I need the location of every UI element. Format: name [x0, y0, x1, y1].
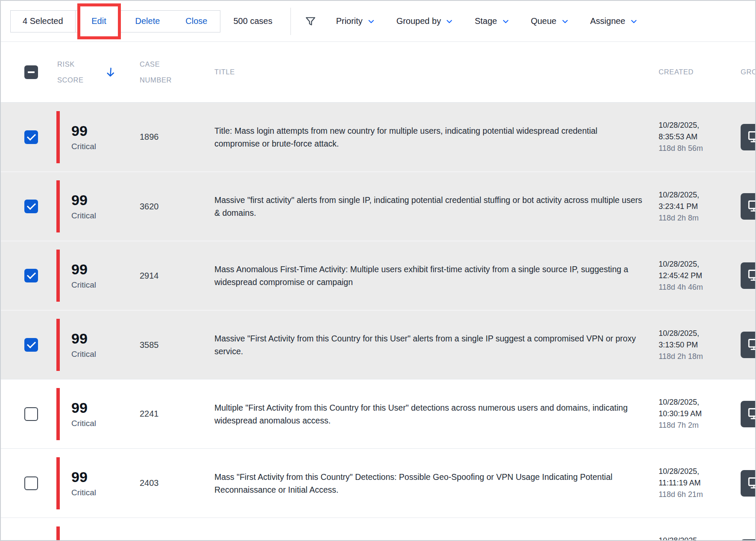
close-button[interactable]: Close — [173, 16, 220, 26]
priority-dropdown[interactable]: Priority — [336, 16, 375, 26]
grouped-by-chip[interactable] — [741, 401, 756, 427]
case-title: Massive "first activity" alerts from sin… — [214, 194, 656, 219]
case-age: 118d 2h 8m — [659, 212, 740, 224]
created-date: 10/28/2025, — [659, 189, 740, 201]
grouped-by-chip[interactable] — [741, 332, 756, 358]
risk-severity-label: Critical — [71, 486, 96, 499]
table-row[interactable]: 99 Critical 2914 Mass Anomalous First-Ti… — [1, 241, 756, 310]
case-number: 3620 — [140, 202, 214, 212]
monitor-icon — [745, 198, 756, 215]
grouped-by-chip[interactable] — [741, 124, 756, 150]
chevron-down-icon — [445, 18, 453, 25]
created-time: 11:11:19 AM — [659, 477, 740, 489]
grouped-by-chip[interactable] — [741, 193, 756, 220]
monitor-icon — [745, 406, 756, 423]
risk-score-value: 99 — [71, 467, 96, 486]
created-date: 10/28/2025, — [659, 397, 740, 408]
case-number: 2241 — [140, 409, 214, 419]
case-title: Mass "First Activity from this Country" … — [214, 470, 656, 496]
bulk-actions-group: 4 Selected Edit Delete Close — [10, 10, 220, 32]
delete-button[interactable]: Delete — [123, 16, 173, 26]
created-time: 8:35:53 AM — [659, 131, 740, 143]
row-checkbox[interactable] — [24, 338, 38, 352]
toolbar: 4 Selected Edit Delete Close 500 cases P… — [1, 1, 755, 41]
title-column-header: TITLE — [214, 68, 235, 76]
risk-severity-label: Critical — [71, 279, 96, 291]
monitor-icon — [745, 129, 756, 146]
row-checkbox[interactable] — [24, 476, 38, 490]
case-age: 118d 4h 46m — [659, 282, 740, 293]
table-row[interactable]: 99 Critical 3620 Massive "first activity… — [1, 171, 756, 241]
divider — [75, 11, 76, 32]
grouped-by-dropdown[interactable]: Grouped by — [396, 16, 454, 26]
created-cell: 10/28/2025, 12:45:42 PM 118d 4h 46m — [656, 259, 740, 293]
case-age: 118d 2h 18m — [659, 351, 740, 362]
row-checkbox[interactable] — [24, 407, 38, 421]
stage-dropdown[interactable]: Stage — [475, 16, 509, 26]
row-checkbox[interactable] — [24, 200, 38, 213]
table-row[interactable]: 99 Critical 2403 Mass "First Activity fr… — [1, 448, 756, 517]
chevron-down-icon — [630, 18, 638, 25]
created-cell: 10/28/2025, 3:13:50 PM 118d 2h 18m — [656, 328, 740, 362]
created-date: 10/28/2025, — [659, 535, 740, 541]
case-number: 3585 — [140, 340, 214, 350]
edit-button[interactable]: Edit — [84, 16, 114, 26]
risk-severity-bar — [56, 526, 60, 541]
created-cell: 10/28/2025, 11:11:19 AM 118d 6h 21m — [656, 466, 740, 500]
grouped-by-chip[interactable] — [741, 262, 756, 289]
queue-dropdown[interactable]: Queue — [531, 16, 569, 26]
case-age: 118d 7h 2m — [659, 420, 740, 431]
case-number-column-header: CASE NUMBER — [140, 56, 178, 88]
cases-count: 500 cases — [233, 16, 272, 26]
case-title: Massive "First Activity from this Countr… — [214, 332, 656, 358]
risk-score-value: 99 — [71, 537, 96, 541]
queue-dropdown-label: Queue — [531, 16, 557, 26]
grouped-by-chip[interactable] — [741, 539, 756, 541]
risk-severity-bar — [56, 388, 60, 440]
case-number: 2403 — [140, 478, 214, 488]
created-date: 10/28/2025, — [659, 328, 740, 339]
created-time: 12:45:42 PM — [659, 270, 740, 282]
risk-severity-bar — [56, 250, 60, 302]
table-row[interactable]: 99 Critical 2241 Multiple "First Activit… — [1, 379, 756, 448]
grouped-by-chip[interactable] — [741, 470, 756, 497]
risk-score-value: 99 — [71, 260, 96, 279]
monitor-icon — [745, 267, 756, 284]
created-cell: 10/28/2025, 3:23:41 PM 118d 2h 8m — [656, 189, 740, 224]
table-row[interactable]: 99 Critical 1896 Title: Mass login attem… — [1, 102, 756, 171]
sort-descending-icon[interactable] — [104, 66, 117, 79]
monitor-icon — [745, 336, 756, 353]
created-time: 10:30:19 AM — [659, 408, 740, 420]
row-checkbox[interactable] — [24, 130, 38, 144]
created-time: 3:23:41 PM — [659, 201, 740, 212]
chevron-down-icon — [561, 18, 569, 25]
risk-score-column-header: RISK SCORE — [57, 56, 88, 88]
created-date: 10/28/2025, — [659, 259, 740, 270]
risk-score-value: 99 — [71, 329, 96, 348]
chevron-down-icon — [502, 18, 510, 25]
case-title: Mass Anomalous First-Time Activity: Mult… — [214, 263, 656, 288]
annotation-highlight: Edit — [77, 3, 121, 39]
created-column-header: CREATED — [659, 68, 694, 76]
risk-severity-bar — [56, 111, 60, 163]
assignee-dropdown-label: Assignee — [590, 16, 625, 26]
risk-severity-label: Critical — [71, 209, 96, 222]
filter-funnel-icon[interactable] — [305, 15, 316, 27]
table-header: RISK SCORE CASE NUMBER TITLE CREATED GRO — [1, 42, 756, 102]
cases-table: RISK SCORE CASE NUMBER TITLE CREATED GRO… — [1, 41, 756, 541]
table-row[interactable]: 99 Critical 10/28/2025, — [1, 517, 756, 541]
risk-score-value: 99 — [71, 121, 96, 140]
created-date: 10/28/2025, — [659, 466, 740, 477]
select-all-checkbox[interactable] — [24, 65, 38, 79]
selected-count: 4 Selected — [11, 16, 75, 26]
risk-score-value: 99 — [71, 191, 96, 209]
risk-severity-bar — [56, 319, 60, 371]
risk-score-value: 99 — [71, 398, 96, 417]
table-row[interactable]: 99 Critical 3585 Massive "First Activity… — [1, 310, 756, 379]
grouped-by-dropdown-label: Grouped by — [396, 16, 441, 26]
created-date: 10/28/2025, — [659, 120, 740, 131]
priority-dropdown-label: Priority — [336, 16, 363, 26]
row-checkbox[interactable] — [24, 269, 38, 282]
filter-dropdowns: Priority Grouped by Stage Queue Assignee — [336, 16, 659, 26]
assignee-dropdown[interactable]: Assignee — [590, 16, 638, 26]
